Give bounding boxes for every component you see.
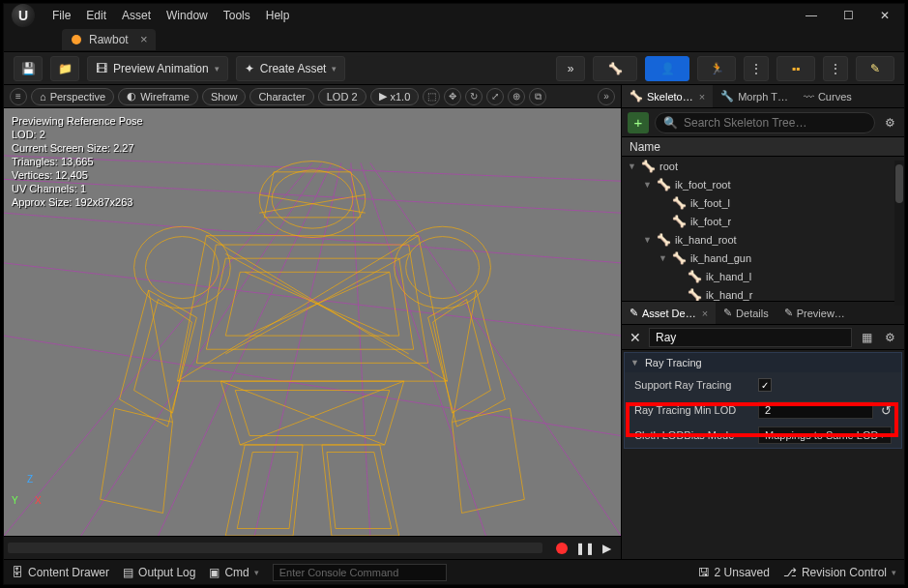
tab-curves[interactable]: 〰Curves [796,85,860,107]
lod-dropdown[interactable]: LOD 2 [318,88,366,105]
clear-filter-button[interactable]: ✕ [628,330,643,345]
menu-window[interactable]: Window [166,9,208,22]
column-header-name[interactable]: Name [622,137,904,157]
record-button[interactable] [556,543,568,554]
window-maximize-icon[interactable]: ☐ [836,9,860,22]
tool-globe[interactable]: ⊕ [508,88,525,105]
timeline-track[interactable] [8,543,542,553]
search-placeholder: Search Skeleton Tree… [684,116,806,130]
pause-button[interactable]: ❚❚ [575,542,595,555]
bone-name: ik_foot_r [690,216,731,227]
tree-scrollbar[interactable] [894,161,904,306]
close-icon[interactable]: × [702,308,708,319]
menu-help[interactable]: Help [266,9,290,22]
tab-asset-details[interactable]: ✎Asset De…× [622,302,716,324]
viewport-options-button[interactable]: ≡ [10,88,27,105]
svg-line-25 [453,290,477,422]
search-input[interactable]: 🔍 Search Skeleton Tree… [655,112,875,133]
disclosure-icon[interactable]: ▼ [659,253,668,263]
camera-icon: ⌂ [40,91,46,103]
show-dropdown[interactable]: Show [202,88,247,105]
support-ray-tracing-checkbox[interactable]: ✓ [758,378,772,392]
close-icon[interactable]: × [699,91,705,103]
physics-mode-button[interactable]: ▪▪ [776,56,815,81]
bone-icon: 🦴 [672,215,687,228]
disclosure-icon[interactable]: ▼ [628,162,637,171]
tree-row[interactable]: ▼🦴root [622,157,904,175]
tool-rotate[interactable]: ↻ [465,88,483,105]
tool-scale[interactable]: ⤢ [486,88,504,105]
svg-point-17 [406,237,480,299]
menu-tools[interactable]: Tools [223,9,250,22]
window-close-icon[interactable]: ✕ [873,9,896,22]
tool-select[interactable]: ⬚ [423,88,440,105]
tree-row[interactable]: ▼🦴ik_hand_root [622,230,904,249]
ray-tracing-min-lod-input[interactable]: 2 [758,401,873,419]
create-asset-button[interactable]: ✦ Create Asset ▾ [236,56,346,81]
cloth-lodbias-dropdown[interactable]: Mappings to Same LOD▾ [758,426,892,444]
branch-icon: ⎇ [783,566,797,579]
document-tab[interactable]: Rawbot × [62,29,156,50]
menu-asset[interactable]: Asset [122,9,151,22]
section-ray-tracing[interactable]: ▼Ray Tracing [625,353,901,372]
unsaved-button[interactable]: 🖫2 Unsaved [698,566,770,579]
character-dropdown[interactable]: Character [249,88,313,105]
tab-preview[interactable]: ✎Preview… [776,302,853,324]
details-filter-input[interactable] [649,328,852,347]
skeleton-tree[interactable]: ▼🦴root▼🦴ik_foot_root🦴ik_foot_l🦴ik_foot_r… [622,157,904,302]
close-tab-icon[interactable]: × [140,32,148,46]
tree-row[interactable]: 🦴ik_hand_l [622,267,904,285]
anim-mode-more[interactable]: ⋮ [744,56,769,81]
filter-view-icon[interactable]: ▦ [858,331,875,344]
bone-icon: 🦴 [657,178,671,191]
bone-icon: 🦴 [688,288,702,302]
tree-row[interactable]: 🦴ik_foot_l [622,193,904,212]
menu-edit[interactable]: Edit [86,9,106,22]
tree-row[interactable]: ▼🦴ik_hand_gun [622,249,904,267]
viewport-expand-button[interactable]: » [598,88,615,105]
bone-name: ik_foot_l [690,197,730,209]
bone-icon: 🦴 [657,233,671,247]
bone-name: root [659,161,678,172]
tab-skeleton-tree[interactable]: 🦴Skeleto…× [622,85,713,107]
bone-name: ik_hand_r [706,289,752,301]
sparkle-icon: ✦ [245,62,254,75]
console-input[interactable]: Enter Console Command [273,564,447,581]
playback-speed[interactable]: ▶x1.0 [370,88,420,105]
revision-control-button[interactable]: ⎇Revision Control▾ [783,566,896,579]
chevron-down-icon: ▾ [215,64,220,74]
play-button[interactable]: ▶ [602,542,611,555]
viewport[interactable]: Previewing Reference Pose LOD: 2 Current… [4,108,621,536]
preview-animation-button[interactable]: 🎞 Preview Animation ▾ [87,56,228,81]
anim-mode-button[interactable]: 🏃 [697,56,736,81]
output-log-button[interactable]: ▤Output Log [123,566,195,579]
settings-icon[interactable]: ⚙ [881,116,898,130]
bone-icon: 🦴 [688,270,702,283]
tool-snap[interactable]: ⧉ [529,88,546,105]
tool-move[interactable]: ✥ [444,88,461,105]
tree-row[interactable]: 🦴ik_hand_r [622,285,904,302]
viewmode-dropdown[interactable]: ◐Wireframe [118,88,198,105]
tab-details[interactable]: ✎Details [716,302,776,324]
film-icon: 🎞 [96,62,107,75]
physics-mode-more[interactable]: ⋮ [823,56,848,81]
tree-row[interactable]: 🦴ik_foot_r [622,212,904,230]
overflow-button[interactable]: » [556,56,585,81]
cloth-mode-button[interactable]: ✎ [856,56,894,81]
menu-file[interactable]: File [52,9,71,22]
disclosure-icon[interactable]: ▼ [643,180,653,190]
perspective-dropdown[interactable]: ⌂Perspective [31,88,114,105]
save-button[interactable]: 💾 [14,56,43,81]
add-button[interactable]: + [628,112,649,133]
disclosure-icon[interactable]: ▼ [643,235,653,245]
filter-settings-icon[interactable]: ⚙ [881,331,898,344]
browse-button[interactable]: 📁 [50,56,79,81]
mesh-mode-button[interactable]: 👤 [645,56,689,81]
tab-morph-targets[interactable]: 🔧Morph T… [713,85,796,107]
skeleton-mode-button[interactable]: 🦴 [593,56,637,81]
content-drawer-button[interactable]: 🗄Content Drawer [12,566,109,579]
tree-row[interactable]: ▼🦴ik_foot_root [622,175,904,193]
svg-line-7 [4,336,621,435]
reset-to-default-button[interactable]: ↺ [881,403,892,418]
window-minimize-icon[interactable]: — [800,9,823,22]
